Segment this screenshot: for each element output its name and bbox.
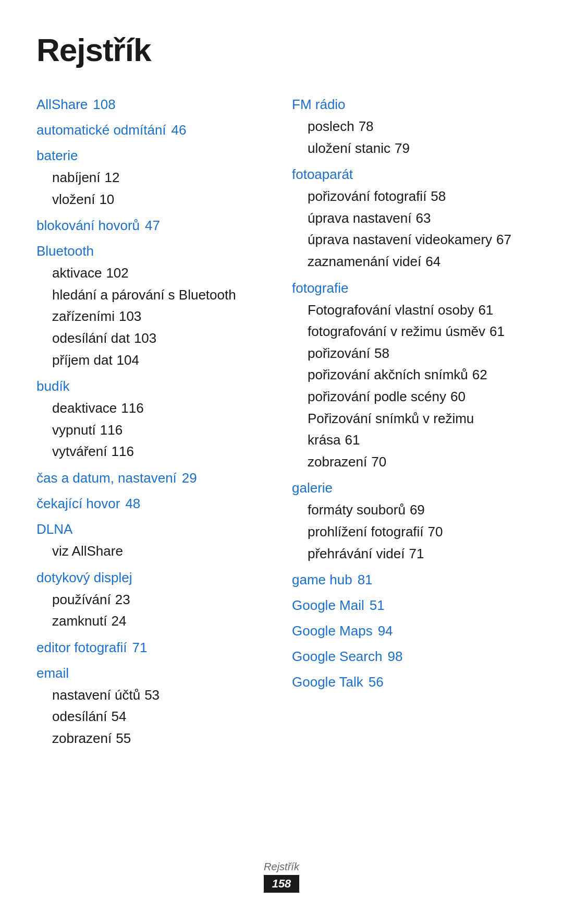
sub-entry-bluetooth-1: hledání a párování s Bluetooth zařízením… [52,284,271,328]
sub-page-baterie-0: 12 [105,170,120,185]
entry-page-allshare: 108 [93,97,115,112]
sub-page-fotoaparat-0: 58 [431,188,446,204]
sub-entry-budik-2: vytváření116 [52,441,271,463]
sub-entry-budik-0: deaktivace116 [52,398,271,419]
sub-page-budik-1: 116 [100,422,123,438]
entry-heading-budik[interactable]: budík [36,376,271,397]
entry-heading-baterie[interactable]: baterie [36,146,271,166]
sub-page-email-0: 53 [144,687,160,703]
sub-entry-fm-radio-1: uložení stanic79 [308,138,527,160]
entry-heading-email[interactable]: email [36,663,271,683]
sub-entries-bluetooth: aktivace102hledání a párování s Bluetoot… [52,262,271,371]
sub-entries-fm-radio: poslech78uložení stanic79 [308,116,527,159]
sub-entries-budik: deaktivace116vypnutí116vytváření116 [52,398,271,463]
sub-entry-fotografie-0: Fotografování vlastní osoby61 [308,299,527,321]
entry-heading-google-search[interactable]: Google Search98 [292,646,527,667]
index-entry-game-hub: game hub81 [292,570,527,590]
index-entry-email: emailnastavení účtů53odesílání54zobrazen… [36,663,271,750]
sub-entry-fotografie-5: Pořizování snímků v režimu krása61 [308,408,527,451]
sub-entry-galerie-1: prohlížení fotografií70 [308,521,527,543]
index-container: AllShare108automatické odmítání46baterie… [36,94,527,754]
sub-entries-dotykovy-displej: používání23zamknutí24 [52,589,271,632]
sub-page-fotografie-4: 60 [450,389,466,404]
entry-heading-cekajici-hovor[interactable]: čekající hovor48 [36,494,271,514]
index-entry-automaticke-odmitani: automatické odmítání46 [36,120,271,140]
entry-heading-cas-a-datum[interactable]: čas a datum, nastavení29 [36,468,271,488]
sub-page-fotografie-0: 61 [478,302,493,318]
sub-entry-fm-radio-0: poslech78 [308,116,527,138]
index-entry-google-mail: Google Mail51 [292,595,527,616]
sub-entry-dotykovy-displej-1: zamknutí24 [52,610,271,632]
sub-page-budik-2: 116 [112,443,134,459]
index-entry-google-maps: Google Maps94 [292,621,527,641]
entry-heading-fotoaparat[interactable]: fotoaparát [292,164,527,185]
right-column: FM rádioposlech78uložení stanic79fotoapa… [292,94,527,754]
sub-entry-dlna-0: viz AllShare [52,541,271,562]
sub-entry-fotografie-4: pořizování podle scény60 [308,386,527,408]
entry-heading-dotykovy-displej[interactable]: dotykový displej [36,568,271,588]
entry-heading-game-hub[interactable]: game hub81 [292,570,527,590]
index-entry-galerie: galerieformáty souborů69prohlížení fotog… [292,478,527,565]
entry-heading-google-mail[interactable]: Google Mail51 [292,595,527,616]
sub-page-bluetooth-2: 103 [134,330,156,346]
sub-entry-email-0: nastavení účtů53 [52,685,271,706]
sub-page-fotoaparat-1: 63 [415,210,431,226]
sub-entry-fotografie-6: zobrazení70 [308,451,527,473]
sub-page-fotografie-5: 61 [345,432,360,448]
index-entry-bluetooth: Bluetoothaktivace102hledání a párování s… [36,241,271,371]
sub-page-galerie-1: 70 [428,524,443,539]
sub-entries-fotoaparat: pořizování fotografií58úprava nastavení6… [308,186,527,272]
sub-page-fotografie-3: 62 [472,367,487,382]
entry-heading-google-talk[interactable]: Google Talk56 [292,672,527,692]
entry-heading-galerie[interactable]: galerie [292,478,527,498]
index-entry-budik: budíkdeaktivace116vypnutí116vytváření116 [36,376,271,463]
sub-entry-fotografie-3: pořizování akčních snímků62 [308,364,527,386]
entry-heading-editor-fotografii[interactable]: editor fotografií71 [36,638,271,658]
sub-page-baterie-1: 10 [99,191,114,207]
index-entry-dotykovy-displej: dotykový displejpoužívání23zamknutí24 [36,568,271,632]
index-entry-google-talk: Google Talk56 [292,672,527,692]
sub-entries-dlna: viz AllShare [52,541,271,562]
sub-page-fotoaparat-2: 67 [496,232,511,247]
sub-entry-email-2: zobrazení55 [52,728,271,750]
sub-entry-galerie-0: formáty souborů69 [308,499,527,521]
sub-entry-fotografie-1: fotografování v režimu úsměv61 [308,321,527,343]
sub-entry-fotografie-2: pořizování58 [308,343,527,365]
footer: Rejstřík 158 [0,861,563,893]
page-title: Rejstřík [36,31,527,68]
entry-heading-blokovani-hovoru[interactable]: blokování hovorů47 [36,215,271,236]
entry-heading-bluetooth[interactable]: Bluetooth [36,241,271,261]
sub-entry-fotoaparat-0: pořizování fotografií58 [308,186,527,208]
index-entry-editor-fotografii: editor fotografií71 [36,638,271,658]
sub-page-fm-radio-1: 79 [395,140,410,156]
sub-page-dotykovy-displej-1: 24 [112,613,127,629]
sub-entries-fotografie: Fotografování vlastní osoby61fotografová… [308,299,527,473]
sub-entry-fotoaparat-3: zaznamenání videí64 [308,251,527,273]
sub-entry-bluetooth-2: odesílání dat103 [52,328,271,350]
index-entry-blokovani-hovoru: blokování hovorů47 [36,215,271,236]
entry-heading-google-maps[interactable]: Google Maps94 [292,621,527,641]
entry-heading-fotografie[interactable]: fotografie [292,278,527,298]
index-entry-fotoaparat: fotoaparátpořizování fotografií58úprava … [292,164,527,272]
entry-heading-fm-radio[interactable]: FM rádio [292,94,527,115]
sub-page-fotografie-6: 70 [371,454,386,470]
entry-page-editor-fotografii: 71 [132,640,147,655]
entry-heading-dlna[interactable]: DLNA [36,519,271,539]
index-entry-dlna: DLNAviz AllShare [36,519,271,562]
sub-page-bluetooth-3: 104 [117,352,139,368]
sub-page-fotoaparat-3: 64 [425,254,440,269]
entry-heading-allshare[interactable]: AllShare108 [36,94,271,115]
sub-entry-fotoaparat-1: úprava nastavení63 [308,208,527,230]
entry-heading-automaticke-odmitani[interactable]: automatické odmítání46 [36,120,271,140]
entry-page-google-search: 98 [387,649,402,664]
index-entry-google-search: Google Search98 [292,646,527,667]
sub-entry-bluetooth-0: aktivace102 [52,262,271,284]
sub-page-dotykovy-displej-0: 23 [115,592,130,607]
sub-entries-galerie: formáty souborů69prohlížení fotografií70… [308,499,527,565]
sub-page-email-1: 54 [112,709,127,724]
index-entry-cekajici-hovor: čekající hovor48 [36,494,271,514]
index-entry-baterie: baterienabíjení12vložení10 [36,146,271,210]
sub-entry-baterie-1: vložení10 [52,189,271,211]
entry-page-blokovani-hovoru: 47 [145,218,160,233]
sub-page-budik-0: 116 [121,400,143,416]
